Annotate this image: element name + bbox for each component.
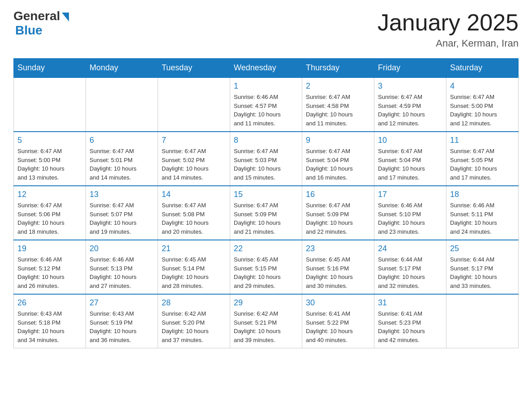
page-header: General Blue January 2025 Anar, Kerman, … [13,9,519,49]
title-block: January 2025 Anar, Kerman, Iran [378,9,519,49]
day-number: 25 [450,244,515,253]
day-info: Sunrise: 6:47 AM Sunset: 5:07 PM Dayligh… [90,201,154,236]
day-info: Sunrise: 6:42 AM Sunset: 5:21 PM Dayligh… [234,309,298,344]
day-info: Sunrise: 6:45 AM Sunset: 5:14 PM Dayligh… [162,255,226,290]
day-number: 30 [306,298,370,308]
calendar-cell: 16Sunrise: 6:47 AM Sunset: 5:09 PM Dayli… [302,186,374,240]
logo-general-text: General [13,9,60,23]
calendar-cell: 13Sunrise: 6:47 AM Sunset: 5:07 PM Dayli… [86,186,158,240]
day-info: Sunrise: 6:45 AM Sunset: 5:16 PM Dayligh… [306,255,370,290]
day-number: 11 [450,136,515,145]
day-info: Sunrise: 6:44 AM Sunset: 5:17 PM Dayligh… [378,255,442,290]
day-number: 16 [306,190,370,199]
day-info: Sunrise: 6:43 AM Sunset: 5:18 PM Dayligh… [17,309,82,344]
calendar-header-wednesday: Wednesday [230,59,302,78]
day-info: Sunrise: 6:47 AM Sunset: 5:05 PM Dayligh… [450,147,515,182]
calendar-cell: 8Sunrise: 6:47 AM Sunset: 5:03 PM Daylig… [230,132,302,186]
day-number: 18 [450,190,515,199]
calendar-cell: 24Sunrise: 6:44 AM Sunset: 5:17 PM Dayli… [374,240,446,294]
calendar-header-sunday: Sunday [14,59,86,78]
day-number: 31 [378,298,442,308]
calendar-week-row: 19Sunrise: 6:46 AM Sunset: 5:12 PM Dayli… [14,240,519,294]
calendar-cell: 7Sunrise: 6:47 AM Sunset: 5:02 PM Daylig… [158,132,230,186]
day-info: Sunrise: 6:41 AM Sunset: 5:23 PM Dayligh… [378,309,442,344]
calendar-cell: 6Sunrise: 6:47 AM Sunset: 5:01 PM Daylig… [86,132,158,186]
day-number: 29 [234,298,298,308]
day-info: Sunrise: 6:46 AM Sunset: 5:11 PM Dayligh… [450,201,515,236]
calendar-cell: 31Sunrise: 6:41 AM Sunset: 5:23 PM Dayli… [374,294,446,348]
calendar-cell: 28Sunrise: 6:42 AM Sunset: 5:20 PM Dayli… [158,294,230,348]
calendar-cell: 19Sunrise: 6:46 AM Sunset: 5:12 PM Dayli… [14,240,86,294]
calendar-header-tuesday: Tuesday [158,59,230,78]
day-number: 3 [378,81,442,91]
calendar-header-monday: Monday [86,59,158,78]
calendar-week-row: 26Sunrise: 6:43 AM Sunset: 5:18 PM Dayli… [14,294,519,348]
day-number: 24 [378,244,442,253]
calendar-cell: 23Sunrise: 6:45 AM Sunset: 5:16 PM Dayli… [302,240,374,294]
day-number: 21 [162,244,226,253]
calendar-title: January 2025 [378,9,519,36]
day-info: Sunrise: 6:47 AM Sunset: 5:04 PM Dayligh… [378,147,442,182]
day-info: Sunrise: 6:46 AM Sunset: 5:12 PM Dayligh… [17,255,82,290]
day-info: Sunrise: 6:44 AM Sunset: 5:17 PM Dayligh… [450,255,515,290]
day-number: 8 [234,136,298,145]
day-info: Sunrise: 6:47 AM Sunset: 5:09 PM Dayligh… [234,201,298,236]
day-number: 14 [162,190,226,199]
calendar-cell: 20Sunrise: 6:46 AM Sunset: 5:13 PM Dayli… [86,240,158,294]
calendar-header-saturday: Saturday [446,59,519,78]
calendar-cell [446,294,519,348]
calendar-cell: 25Sunrise: 6:44 AM Sunset: 5:17 PM Dayli… [446,240,519,294]
calendar-week-row: 5Sunrise: 6:47 AM Sunset: 5:00 PM Daylig… [14,132,519,186]
calendar-cell: 11Sunrise: 6:47 AM Sunset: 5:05 PM Dayli… [446,132,519,186]
calendar-cell: 1Sunrise: 6:46 AM Sunset: 4:57 PM Daylig… [230,77,302,132]
day-info: Sunrise: 6:47 AM Sunset: 5:08 PM Dayligh… [162,201,226,236]
day-info: Sunrise: 6:47 AM Sunset: 5:06 PM Dayligh… [17,201,82,236]
calendar-header-row: SundayMondayTuesdayWednesdayThursdayFrid… [14,59,519,78]
day-info: Sunrise: 6:42 AM Sunset: 5:20 PM Dayligh… [162,309,226,344]
calendar-cell: 18Sunrise: 6:46 AM Sunset: 5:11 PM Dayli… [446,186,519,240]
calendar-cell: 26Sunrise: 6:43 AM Sunset: 5:18 PM Dayli… [14,294,86,348]
day-number: 4 [450,81,515,91]
day-info: Sunrise: 6:47 AM Sunset: 4:59 PM Dayligh… [378,93,442,128]
day-number: 9 [306,136,370,145]
day-number: 6 [90,136,154,145]
calendar-cell: 17Sunrise: 6:46 AM Sunset: 5:10 PM Dayli… [374,186,446,240]
calendar-cell: 21Sunrise: 6:45 AM Sunset: 5:14 PM Dayli… [158,240,230,294]
logo: General Blue [13,9,69,38]
day-info: Sunrise: 6:45 AM Sunset: 5:15 PM Dayligh… [234,255,298,290]
calendar-cell: 10Sunrise: 6:47 AM Sunset: 5:04 PM Dayli… [374,132,446,186]
day-number: 13 [90,190,154,199]
logo-arrow-icon [62,13,69,21]
calendar-cell: 5Sunrise: 6:47 AM Sunset: 5:00 PM Daylig… [14,132,86,186]
day-number: 10 [378,136,442,145]
day-info: Sunrise: 6:47 AM Sunset: 5:02 PM Dayligh… [162,147,226,182]
calendar-cell: 9Sunrise: 6:47 AM Sunset: 5:04 PM Daylig… [302,132,374,186]
calendar-subtitle: Anar, Kerman, Iran [378,38,519,49]
calendar-cell [158,77,230,132]
calendar-cell [14,77,86,132]
day-info: Sunrise: 6:47 AM Sunset: 4:58 PM Dayligh… [306,93,370,128]
day-info: Sunrise: 6:46 AM Sunset: 4:57 PM Dayligh… [234,93,298,128]
calendar-cell: 30Sunrise: 6:41 AM Sunset: 5:22 PM Dayli… [302,294,374,348]
day-info: Sunrise: 6:47 AM Sunset: 5:09 PM Dayligh… [306,201,370,236]
calendar-header-friday: Friday [374,59,446,78]
day-number: 20 [90,244,154,253]
calendar-cell: 29Sunrise: 6:42 AM Sunset: 5:21 PM Dayli… [230,294,302,348]
calendar-week-row: 1Sunrise: 6:46 AM Sunset: 4:57 PM Daylig… [14,77,519,132]
day-number: 17 [378,190,442,199]
logo-blue-text: Blue [15,23,43,38]
day-info: Sunrise: 6:46 AM Sunset: 5:13 PM Dayligh… [90,255,154,290]
day-info: Sunrise: 6:47 AM Sunset: 5:00 PM Dayligh… [17,147,82,182]
calendar-cell: 3Sunrise: 6:47 AM Sunset: 4:59 PM Daylig… [374,77,446,132]
day-info: Sunrise: 6:41 AM Sunset: 5:22 PM Dayligh… [306,309,370,344]
day-info: Sunrise: 6:47 AM Sunset: 5:03 PM Dayligh… [234,147,298,182]
calendar-cell: 4Sunrise: 6:47 AM Sunset: 5:00 PM Daylig… [446,77,519,132]
day-number: 2 [306,81,370,91]
calendar-header-thursday: Thursday [302,59,374,78]
day-number: 15 [234,190,298,199]
day-number: 27 [90,298,154,308]
calendar-cell [86,77,158,132]
day-number: 28 [162,298,226,308]
day-number: 26 [17,298,82,308]
calendar-cell: 14Sunrise: 6:47 AM Sunset: 5:08 PM Dayli… [158,186,230,240]
